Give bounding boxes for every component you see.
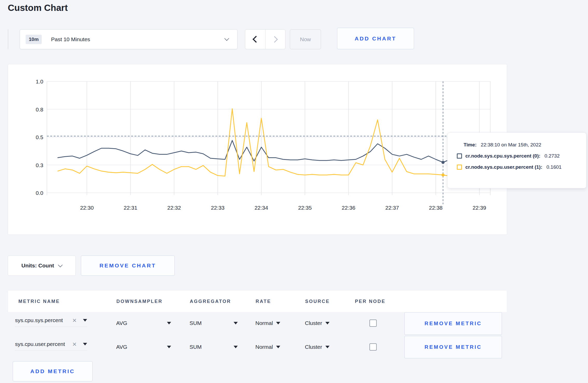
chevron-down-icon xyxy=(224,36,229,41)
caret-down-icon xyxy=(276,346,280,348)
chevron-left-icon xyxy=(253,36,260,43)
x-axis-tick-label: 22:35 xyxy=(298,205,312,211)
add-chart-button[interactable]: ADD CHART xyxy=(337,28,414,49)
rate-select[interactable]: Normal xyxy=(255,344,280,350)
time-window-badge: 10m xyxy=(26,35,42,44)
time-back-button[interactable] xyxy=(245,30,265,49)
now-button[interactable]: Now xyxy=(290,29,321,49)
caret-down-icon xyxy=(167,346,171,348)
metric-name-select[interactable]: sys.cpu.user.percent ✕ xyxy=(15,341,87,351)
column-header-rate: RATE xyxy=(256,290,271,312)
per-node-checkbox[interactable] xyxy=(369,343,377,351)
time-forward-button[interactable] xyxy=(265,30,285,49)
chart-hover-tooltip: Time:22:38:10 on Mar 15th, 2022 cr.node.… xyxy=(447,132,586,188)
downsampler-value: AVG xyxy=(116,320,127,326)
per-node-checkbox[interactable] xyxy=(369,320,377,327)
tooltip-series-row: cr.node.sys.cpu.sys.percent (0):0.2732 xyxy=(457,153,586,159)
caret-down-icon xyxy=(83,319,87,322)
time-window-dropdown[interactable]: 10m Past 10 Minutes xyxy=(20,29,237,49)
clear-metric-icon[interactable]: ✕ xyxy=(72,318,77,323)
source-select[interactable]: Cluster xyxy=(305,344,330,350)
column-header-downsampler: DOWNSAMPLER xyxy=(116,290,163,312)
x-axis-tick-label: 22:32 xyxy=(167,205,181,211)
metric-name-value: sys.cpu.sys.percent xyxy=(15,317,63,323)
aggregator-select[interactable]: SUM xyxy=(190,344,238,350)
x-axis-tick-label: 22:37 xyxy=(385,205,399,211)
remove-chart-button[interactable]: REMOVE CHART xyxy=(81,256,175,276)
caret-down-icon xyxy=(234,322,238,324)
x-axis-tick-label: 22:38 xyxy=(429,205,443,211)
rate-select[interactable]: Normal xyxy=(255,320,280,326)
remove-metric-button[interactable]: REMOVE METRIC xyxy=(404,336,502,358)
metrics-table-header: METRIC NAME DOWNSAMPLER AGGREGATOR RATE … xyxy=(8,290,507,313)
series-swatch-user-icon xyxy=(457,165,462,170)
time-nav-group xyxy=(245,29,285,49)
metric-name-value: sys.cpu.user.percent xyxy=(15,341,65,347)
x-axis-tick-label: 22:36 xyxy=(342,205,355,211)
units-dropdown[interactable]: Units: Count xyxy=(8,256,76,276)
metric-name-select[interactable]: sys.cpu.sys.percent ✕ xyxy=(15,317,87,327)
y-axis-tick-label: 0.3 xyxy=(36,162,43,168)
y-axis-tick-label: 0.0 xyxy=(36,190,43,196)
clear-metric-icon[interactable]: ✕ xyxy=(72,342,77,347)
tooltip-series-row: cr.node.sys.cpu.user.percent (1):0.1601 xyxy=(457,164,586,170)
timeseries-chart[interactable]: 22:3022:3122:3222:3322:3422:3522:3622:37… xyxy=(8,64,507,235)
y-axis-tick-label: 0.5 xyxy=(36,134,43,140)
caret-down-icon xyxy=(83,343,87,345)
tooltip-series-name: cr.node.sys.cpu.sys.percent (0): xyxy=(465,153,540,159)
series-line xyxy=(58,109,487,176)
tooltip-series-value: 0.1601 xyxy=(547,164,562,170)
caret-down-icon xyxy=(325,322,330,324)
source-select[interactable]: Cluster xyxy=(305,320,330,326)
caret-down-icon xyxy=(167,322,171,324)
aggregator-value: SUM xyxy=(190,320,202,326)
downsampler-value: AVG xyxy=(116,344,127,350)
column-header-metric-name: METRIC NAME xyxy=(18,290,60,312)
x-axis-tick-label: 22:33 xyxy=(211,205,225,211)
page-title: Custom Chart xyxy=(8,3,68,13)
caret-down-icon xyxy=(276,322,280,324)
downsampler-select[interactable]: AVG xyxy=(116,344,171,350)
series-swatch-sys-icon xyxy=(457,153,462,159)
y-axis-tick-label: 1.0 xyxy=(36,79,43,84)
hover-point xyxy=(442,173,445,176)
x-axis-tick-label: 22:34 xyxy=(255,205,268,211)
chevron-right-icon xyxy=(271,36,278,42)
caret-down-icon xyxy=(325,346,330,348)
column-header-source: SOURCE xyxy=(305,290,330,312)
source-value: Cluster xyxy=(305,344,322,350)
rate-value: Normal xyxy=(255,320,273,326)
column-header-aggregator: AGGREGATOR xyxy=(190,290,231,312)
units-label: Units: Count xyxy=(22,263,54,269)
x-axis-tick-label: 22:31 xyxy=(124,205,137,211)
source-value: Cluster xyxy=(305,320,322,326)
caret-down-icon xyxy=(234,346,238,348)
remove-metric-button[interactable]: REMOVE METRIC xyxy=(404,312,502,335)
column-header-per-node: PER NODE xyxy=(355,290,386,312)
x-axis-tick-label: 22:30 xyxy=(80,205,94,211)
hover-point xyxy=(442,161,445,164)
series-line xyxy=(58,140,487,162)
tooltip-time-value: 22:38:10 on Mar 15th, 2022 xyxy=(481,142,541,147)
tooltip-series-name: cr.node.sys.cpu.user.percent (1): xyxy=(465,164,542,170)
tooltip-series-value: 0.2732 xyxy=(544,153,559,159)
tooltip-time-label: Time: xyxy=(464,142,477,147)
add-metric-button[interactable]: ADD METRIC xyxy=(13,361,93,381)
x-axis-tick-label: 22:39 xyxy=(473,205,486,211)
aggregator-select[interactable]: SUM xyxy=(190,320,238,326)
toolbar-divider xyxy=(8,29,8,49)
rate-value: Normal xyxy=(255,344,273,350)
chevron-down-icon xyxy=(58,263,63,267)
tooltip-time-row: Time:22:38:10 on Mar 15th, 2022 xyxy=(464,142,586,148)
downsampler-select[interactable]: AVG xyxy=(116,320,171,326)
time-window-label: Past 10 Minutes xyxy=(51,36,90,42)
y-axis-tick-label: 0.8 xyxy=(36,107,43,112)
chart-card: 22:3022:3122:3222:3322:3422:3522:3622:37… xyxy=(8,64,507,235)
aggregator-value: SUM xyxy=(190,344,202,350)
